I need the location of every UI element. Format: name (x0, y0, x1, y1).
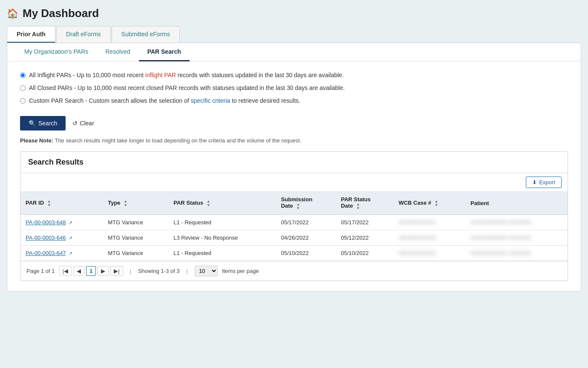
search-button[interactable]: 🔍 Search (20, 116, 66, 130)
note-label: Please Note: (20, 137, 53, 144)
col-par-id-label: PAR ID (26, 200, 44, 206)
prev-page-button[interactable]: ◀ (73, 266, 84, 276)
items-per-page-select[interactable]: 10 25 50 100 (195, 266, 218, 276)
table-row: PA-00-0003-646 ↗ MTG Variance L3 Review … (20, 230, 568, 246)
page-info: Page 1 of 1 (26, 268, 55, 274)
col-submission-date[interactable]: SubmissionDate ▲▼ (276, 192, 336, 215)
page-nav: |◀ ◀ 1 ▶ ▶| (59, 266, 123, 276)
sort-wcb-case: ▲▼ (435, 200, 438, 207)
cell-wcb-case: XXXXXXXXXX (393, 230, 465, 246)
cell-par-status-date: 05/10/2022 (336, 246, 393, 261)
sub-tab-my-org-pars[interactable]: My Organization's PARs (16, 43, 97, 61)
radio-group: All Inflight PARs - Up to 10,000 most re… (20, 72, 568, 104)
par-id-link[interactable]: PA-00-0003-648 (26, 219, 66, 226)
clear-button[interactable]: ↺ Clear (72, 120, 94, 127)
col-par-id[interactable]: PAR ID ▲▼ (20, 192, 103, 215)
cell-patient: XXXXXXXXXX XXXXXX (465, 215, 568, 230)
cell-par-status: L1 - Requested (168, 215, 276, 230)
cell-type: MTG Variance (103, 230, 168, 246)
col-wcb-case[interactable]: WCB Case # ▲▼ (393, 192, 465, 215)
col-par-status[interactable]: PAR Status ▲▼ (168, 192, 276, 215)
export-row: ⬇ Export (20, 173, 568, 192)
next-page-button[interactable]: ▶ (98, 266, 109, 276)
cell-wcb-case: XXXXXXXXXX (393, 246, 465, 261)
radio-item-custom: Custom PAR Search - Custom search allows… (20, 97, 568, 104)
col-patient-label: Patient (470, 200, 489, 206)
cell-par-status-date: 05/17/2022 (336, 215, 393, 230)
cell-par-status: L1 - Requested (168, 246, 276, 261)
search-results-section: Search Results ⬇ Export PAR ID ▲▼ (20, 151, 568, 281)
tab-prior-auth[interactable]: Prior Auth (7, 26, 55, 43)
inflight-highlight: inflight PAR (145, 72, 176, 78)
col-par-status-label: PAR Status (173, 200, 203, 206)
col-wcb-case-label: WCB Case # (398, 200, 431, 206)
table-scroll-container: PAR ID ▲▼ Type ▲▼ PAR Status ▲▼ (20, 192, 568, 261)
cell-par-id: PA-00-0003-646 ↗ (20, 230, 103, 246)
col-patient: Patient (465, 192, 568, 215)
cell-patient: XXXXXXXXXX XXXXXX (465, 230, 568, 246)
items-per-page-label: Items per page (222, 268, 259, 274)
par-id-link[interactable]: PA-00-0003-647 (26, 250, 66, 256)
first-page-button[interactable]: |◀ (59, 266, 72, 276)
refresh-icon: ↺ (72, 120, 78, 127)
sort-submission-date: ▲▼ (296, 203, 300, 210)
tab-draft-eforms[interactable]: Draft eForms (56, 26, 111, 43)
note-body: The search results might take longer to … (55, 137, 301, 144)
main-card: My Organization's PARs Resolved PAR Sear… (7, 43, 581, 292)
radio-label-custom: Custom PAR Search - Custom search allows… (29, 97, 300, 104)
external-link-icon: ↗ (69, 251, 72, 256)
external-link-icon: ↗ (69, 235, 72, 241)
page-header: 🏠 My Dashboard (7, 7, 581, 20)
radio-all-closed[interactable] (20, 85, 26, 91)
pagination-row: Page 1 of 1 |◀ ◀ 1 ▶ ▶| | Showing 1-3 of… (20, 261, 568, 281)
radio-item-inflight: All Inflight PARs - Up to 10,000 most re… (20, 72, 568, 78)
last-page-button[interactable]: ▶| (110, 266, 123, 276)
results-header: Search Results (20, 152, 568, 173)
cell-type: MTG Variance (103, 246, 168, 261)
cell-submission-date: 05/10/2022 (276, 246, 336, 261)
sub-tab-par-search[interactable]: PAR Search (139, 43, 190, 61)
export-icon: ⬇ (532, 179, 537, 185)
col-type-label: Type (108, 200, 120, 206)
btn-row: 🔍 Search ↺ Clear (20, 116, 568, 130)
pagination-divider: | (130, 268, 131, 274)
radio-label-inflight: All Inflight PARs - Up to 10,000 most re… (29, 72, 344, 78)
note-text: Please Note: The search results might ta… (20, 137, 568, 144)
external-link-icon: ↗ (69, 220, 72, 225)
col-par-status-date[interactable]: PAR StatusDate ▲▼ (336, 192, 393, 215)
search-icon: 🔍 (29, 120, 36, 127)
par-id-link[interactable]: PA-00-0003-646 (26, 235, 66, 241)
sub-tabs: My Organization's PARs Resolved PAR Sear… (7, 43, 581, 61)
table-row: PA-00-0003-648 ↗ MTG Variance L1 - Reque… (20, 215, 568, 230)
search-button-label: Search (38, 120, 57, 127)
cell-patient: XXXXXXXXXX XXXXXX (465, 246, 568, 261)
sort-par-id: ▲▼ (47, 200, 51, 207)
cell-par-status: L3 Review - No Response (168, 230, 276, 246)
export-label: Export (539, 179, 555, 185)
radio-custom-search[interactable] (20, 98, 26, 104)
export-button[interactable]: ⬇ Export (526, 177, 562, 188)
custom-highlight: specific criteria (190, 97, 230, 104)
sort-par-status: ▲▼ (207, 200, 210, 207)
clear-button-label: Clear (80, 120, 94, 127)
top-tabs: Prior Auth Draft eForms Submitted eForms (7, 26, 581, 43)
sort-par-status-date: ▲▼ (356, 203, 360, 210)
table-header-row: PAR ID ▲▼ Type ▲▼ PAR Status ▲▼ (20, 192, 568, 215)
table-row: PA-00-0003-647 ↗ MTG Variance L1 - Reque… (20, 246, 568, 261)
col-type[interactable]: Type ▲▼ (103, 192, 168, 215)
pagination-divider2: | (186, 268, 187, 274)
radio-label-closed: All Closed PARs - Up to 10,000 most rece… (29, 84, 345, 91)
cell-par-id: PA-00-0003-648 ↗ (20, 215, 103, 230)
cell-submission-date: 04/26/2022 (276, 230, 336, 246)
current-page-button[interactable]: 1 (86, 266, 96, 276)
cell-submission-date: 05/17/2022 (276, 215, 336, 230)
radio-all-inflight[interactable] (20, 72, 26, 78)
cell-type: MTG Variance (103, 215, 168, 230)
cell-par-status-date: 05/12/2022 (336, 230, 393, 246)
showing-text: Showing 1-3 of 3 (138, 268, 180, 274)
tab-submitted-eforms[interactable]: Submitted eForms (112, 26, 180, 43)
cell-wcb-case: XXXXXXXXXX (393, 215, 465, 230)
cell-par-id: PA-00-0003-647 ↗ (20, 246, 103, 261)
sub-tab-resolved[interactable]: Resolved (97, 43, 138, 61)
results-table: PAR ID ▲▼ Type ▲▼ PAR Status ▲▼ (20, 192, 568, 261)
